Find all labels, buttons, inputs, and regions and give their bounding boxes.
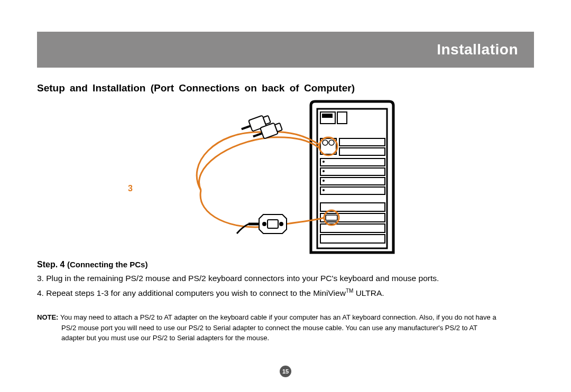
- note-line-1: You may need to attach a PS/2 to AT adap…: [60, 313, 496, 321]
- trademark-tm: TM: [346, 288, 353, 294]
- step-item-4b: ULTRA.: [353, 289, 384, 298]
- svg-point-18: [323, 189, 325, 191]
- svg-point-31: [263, 222, 266, 226]
- svg-rect-3: [323, 114, 327, 117]
- svg-rect-9: [339, 138, 385, 146]
- figure-computer-back: 3: [37, 99, 534, 258]
- svg-rect-22: [320, 235, 385, 243]
- header-bar: Installation: [37, 32, 534, 68]
- svg-rect-33: [268, 220, 278, 228]
- note-block: NOTE: You may need to attach a PS/2 to A…: [37, 312, 534, 343]
- svg-rect-13: [320, 178, 385, 185]
- step-item-4a: 4. Repeat steps 1-3 for any additional c…: [37, 289, 346, 298]
- svg-point-17: [323, 180, 325, 182]
- port-connection-diagram-svg: [137, 99, 434, 258]
- step-prefix: Step. 4: [37, 260, 67, 269]
- page-number-badge: 15: [280, 366, 291, 377]
- svg-rect-23: [326, 215, 337, 220]
- header-title: Installation: [437, 41, 518, 58]
- svg-rect-12: [320, 168, 385, 175]
- svg-rect-10: [339, 148, 385, 155]
- svg-rect-11: [320, 158, 385, 166]
- step-heading: Step. 4 (Connecting the PCs): [37, 260, 534, 269]
- step-title: (Connecting the PCs): [67, 260, 148, 269]
- manual-page: Installation Setup and Installation (Por…: [0, 0, 571, 392]
- svg-line-27: [242, 126, 251, 129]
- note-line-2: PS/2 mouse port you will need to use our…: [37, 323, 534, 333]
- svg-point-32: [280, 222, 283, 226]
- svg-rect-2: [337, 112, 347, 124]
- svg-rect-4: [328, 114, 332, 117]
- page-number: 15: [282, 368, 289, 375]
- svg-point-16: [323, 170, 325, 172]
- svg-line-30: [253, 133, 262, 136]
- step-item-3: 3. Plug in the remaining PS/2 mouse and …: [37, 273, 534, 284]
- note-label: NOTE:: [37, 313, 60, 321]
- figure-callout-number: 3: [128, 184, 133, 193]
- svg-point-15: [323, 161, 325, 163]
- step-item-4: 4. Repeat steps 1-3 for any additional c…: [37, 287, 534, 300]
- section-title: Setup and Installation (Port Connections…: [37, 82, 534, 94]
- svg-rect-14: [320, 187, 385, 194]
- note-line-3: adapter but you must use our PS/2 to Ser…: [37, 333, 534, 343]
